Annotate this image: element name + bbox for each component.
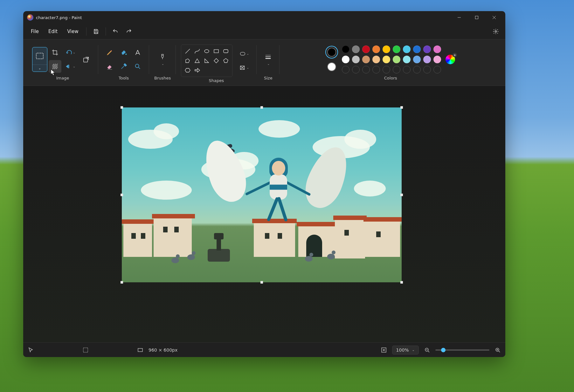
brushes-dropdown[interactable]: ⌄ [156,47,169,72]
image-canvas[interactable] [122,107,402,282]
shape-oval-icon[interactable] [203,47,211,55]
color-2-swatch[interactable] [326,61,337,72]
palette-swatch[interactable] [423,56,431,63]
close-button[interactable] [485,11,503,24]
maximize-button[interactable] [468,11,485,24]
palette-swatch[interactable] [433,45,441,53]
shape-pentagon-icon[interactable] [222,57,230,65]
menu-view[interactable]: View [63,26,83,37]
size-group-label: Size [264,76,273,80]
palette-swatch[interactable] [403,45,411,53]
save-button[interactable] [90,25,102,38]
crop-button[interactable] [49,46,61,59]
palette-swatch-empty[interactable] [433,66,441,73]
canvas-area[interactable] [23,86,505,342]
magnifier-tool[interactable] [131,60,144,73]
text-tool[interactable] [131,46,144,59]
shape-fill-dropdown[interactable]: ⌄ [236,61,252,74]
palette-swatch[interactable] [393,45,400,53]
zoom-in-button[interactable] [494,347,501,353]
resize-handle-br[interactable] [400,281,403,284]
palette-swatch-empty[interactable] [403,66,411,73]
resize-handle-tr[interactable] [400,106,403,109]
shape-triangle-icon[interactable] [193,57,201,65]
flip-button[interactable]: ⌄ [63,60,78,73]
palette-swatch[interactable] [352,56,360,63]
shape-hexagon-icon[interactable] [184,66,191,74]
palette-swatch-empty[interactable] [413,66,421,73]
settings-button[interactable] [489,25,502,38]
selection-size-icon [82,347,89,353]
resize-handle-tl[interactable] [121,106,123,109]
menu-file[interactable]: File [26,26,43,37]
eraser-tool[interactable] [103,60,116,73]
zoom-level-dropdown[interactable]: 100% ⌄ [392,346,419,354]
palette-swatch[interactable] [372,45,380,53]
zoom-slider-thumb[interactable] [441,348,446,352]
minimize-button[interactable] [450,11,468,24]
select-tool[interactable]: ⌄ [32,47,47,72]
palette-swatch-empty[interactable] [393,66,400,73]
size-dropdown[interactable]: ⌄ [262,47,274,72]
palette-swatch[interactable] [372,56,380,63]
svg-rect-13 [240,52,245,55]
eyedropper-tool[interactable] [117,60,130,73]
shape-polygon-icon[interactable] [184,57,191,65]
brushes-group-label: Brushes [154,76,171,80]
shape-right-triangle-icon[interactable] [203,57,211,65]
shape-line-icon[interactable] [184,47,191,55]
palette-swatch[interactable] [403,56,411,63]
shape-roundrect-icon[interactable] [222,47,230,55]
palette-swatch[interactable] [342,45,349,53]
palette-swatch[interactable] [352,45,360,53]
svg-rect-18 [83,348,88,352]
svg-point-10 [204,50,209,53]
palette-swatch[interactable] [393,56,400,63]
fill-tool[interactable] [117,46,130,59]
palette-swatch[interactable] [383,56,390,63]
resize-handle-bl[interactable] [121,281,123,284]
svg-rect-19 [138,348,142,352]
zoom-out-button[interactable] [424,347,430,353]
resize-handle-l[interactable] [121,194,123,196]
palette-swatch[interactable] [423,45,431,53]
shapes-gallery[interactable] [181,45,232,77]
palette-swatch[interactable] [433,56,441,63]
palette-swatch-empty[interactable] [352,66,360,73]
ribbon: ⌄ ⌄ ⌄ [23,39,505,86]
pencil-tool[interactable] [103,46,116,59]
shape-diamond-icon[interactable] [212,57,220,65]
undo-button[interactable] [109,25,122,38]
palette-swatch-empty[interactable] [342,66,349,73]
resize-handle-t[interactable] [260,106,263,109]
rotate-button[interactable]: ⌄ [63,46,78,59]
color-1-swatch[interactable] [326,46,337,58]
palette-swatch[interactable] [362,56,370,63]
palette-swatch-empty[interactable] [423,66,431,73]
palette-swatch-empty[interactable] [383,66,390,73]
svg-point-9 [135,64,139,68]
shape-rect-icon[interactable] [212,47,220,55]
palette-swatch-empty[interactable] [372,66,380,73]
edit-colors-button[interactable] [446,55,455,64]
resize-image-button[interactable] [79,47,93,72]
palette-swatch[interactable] [362,45,370,53]
palette-swatch[interactable] [383,45,390,53]
palette-swatch[interactable] [413,45,421,53]
ribbon-group-shapes: ⌄ ⌄ Shapes [176,41,257,86]
mouse-cursor-icon [51,69,56,76]
palette-swatch-empty[interactable] [362,66,370,73]
resize-handle-b[interactable] [260,281,263,284]
zoom-slider[interactable] [435,349,489,351]
shape-curve-icon[interactable] [193,47,201,55]
menu-edit[interactable]: Edit [44,26,62,37]
shape-right-arrow-icon[interactable] [193,66,201,74]
palette-swatch[interactable] [413,56,421,63]
select-dropdown-icon[interactable]: ⌄ [32,65,47,72]
palette-swatch[interactable] [342,56,349,63]
redo-button[interactable] [122,25,135,38]
resize-handle-r[interactable] [400,194,403,196]
fit-to-window-button[interactable] [381,347,387,353]
title-bar: character7.png - Paint [23,11,505,24]
shape-outline-dropdown[interactable]: ⌄ [236,47,252,60]
